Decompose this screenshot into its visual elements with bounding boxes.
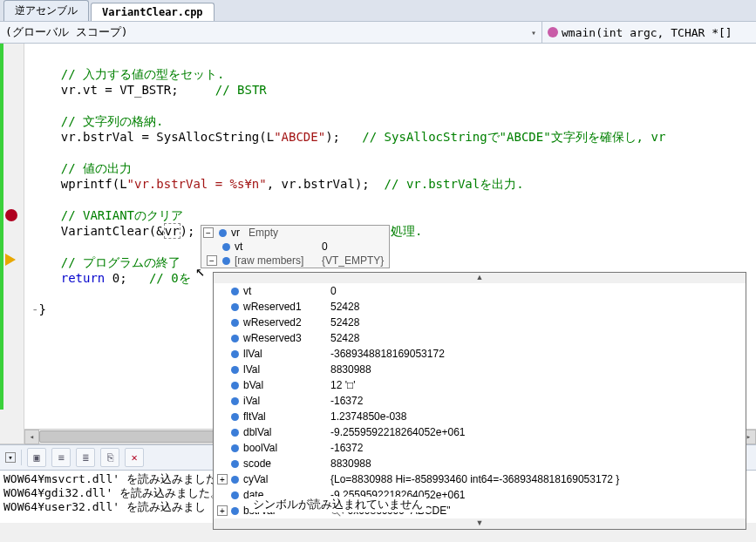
- member-value: 52428: [330, 316, 742, 329]
- chevron-down-icon[interactable]: ▾: [5, 452, 16, 463]
- scroll-down-button[interactable]: ▼: [214, 518, 746, 529]
- member-row[interactable]: llVal-3689348818169053172: [214, 346, 746, 362]
- member-name: vt: [243, 285, 251, 297]
- field-icon: [231, 413, 239, 421]
- comment: // プログラムの終了: [61, 255, 180, 269]
- datatip-value: Empty: [249, 227, 278, 239]
- member-value: 0: [330, 285, 742, 297]
- member-name: boolVal: [243, 442, 277, 454]
- expand-icon[interactable]: +: [217, 474, 228, 484]
- member-value: 12 '□': [330, 379, 742, 391]
- member-row[interactable]: wReserved152428: [214, 299, 746, 315]
- output-line: WOW64¥gdi32.dll' を読み込みました。: [3, 486, 221, 499]
- member-row[interactable]: fltVal1.2374850e-038: [214, 409, 746, 424]
- hovered-variable: vr: [164, 223, 180, 239]
- separator: [21, 450, 22, 465]
- member-name: cyVal: [243, 473, 268, 485]
- field-icon: [231, 476, 239, 484]
- member-row[interactable]: iVal-16372: [214, 393, 746, 409]
- change-marker: [0, 44, 3, 410]
- toolbar-button[interactable]: ▣: [27, 448, 46, 467]
- tab-source-file[interactable]: VariantClear.cpp: [91, 3, 215, 21]
- member-value: {Lo=8830988 Hi=-858993460 int64=-3689348…: [330, 473, 742, 485]
- field-icon: [231, 491, 239, 499]
- member-row[interactable]: wReserved252428: [214, 315, 746, 330]
- comment: // 文字列の格納.: [61, 114, 164, 128]
- field-icon: [231, 319, 239, 327]
- tab-disassembly[interactable]: 逆アセンブル: [3, 0, 89, 21]
- function-label: wmain(int argc, TCHAR *[]: [562, 26, 732, 39]
- member-value: 52428: [330, 301, 742, 313]
- editor-gutter: [0, 44, 24, 444]
- field-icon: [231, 382, 239, 390]
- member-name: dblVal: [243, 426, 271, 438]
- comment: // 値の出力: [61, 161, 132, 175]
- breakpoint-icon[interactable]: [5, 209, 17, 221]
- toolbar-button[interactable]: ≡: [51, 448, 71, 467]
- member-value: {VT_EMPTY}: [322, 254, 384, 267]
- member-name: fltVal: [243, 410, 266, 423]
- member-value: 0: [322, 241, 328, 253]
- expand-icon[interactable]: −: [207, 255, 217, 266]
- member-row[interactable]: +cyVal{Lo=8830988 Hi=-858993460 int64=-3…: [214, 471, 746, 487]
- member-row[interactable]: boolVal-16372: [214, 440, 746, 456]
- comment: // 入力する値の型をセット.: [61, 67, 225, 81]
- member-row[interactable]: vt0: [214, 283, 746, 299]
- member-row[interactable]: dblVal-9.2559592218264052e+061: [214, 424, 746, 440]
- member-name: wReserved3: [243, 332, 302, 344]
- field-icon: [219, 229, 227, 237]
- chevron-down-icon: ▾: [531, 28, 536, 37]
- member-value: -3689348818169053172: [330, 348, 742, 360]
- field-icon: [231, 335, 239, 342]
- field-icon: [231, 366, 239, 374]
- toolbar-button[interactable]: ⎘: [100, 448, 119, 467]
- scope-dropdown[interactable]: (グローバル スコープ) ▾: [0, 22, 542, 43]
- member-name: llVal: [243, 348, 262, 360]
- member-name: [raw members]: [235, 254, 322, 267]
- clear-button[interactable]: ✕: [125, 448, 144, 467]
- member-name: wReserved2: [243, 316, 302, 329]
- member-value: -9.2559592218264052e+061: [330, 426, 742, 438]
- field-icon: [231, 444, 239, 452]
- field-icon: [231, 397, 239, 405]
- function-dropdown[interactable]: wmain(int argc, TCHAR *[]: [542, 22, 756, 43]
- scope-bar: (グローバル スコープ) ▾ wmain(int argc, TCHAR *[]: [0, 21, 756, 44]
- datatip-var: vr: [231, 227, 240, 239]
- output-line: WOW64¥user32.dll' を読み込みまし: [3, 500, 206, 513]
- scroll-left-button[interactable]: ◂: [24, 430, 39, 444]
- member-name: wReserved1: [243, 301, 302, 313]
- member-row[interactable]: lVal8830988: [214, 362, 746, 377]
- field-icon: [231, 460, 239, 468]
- member-name: iVal: [243, 395, 260, 407]
- collapse-icon[interactable]: −: [203, 227, 214, 238]
- datatip-members[interactable]: ▲ vt0wReserved152428wReserved252428wRese…: [213, 272, 746, 530]
- field-icon: [222, 257, 230, 265]
- member-name: vt: [235, 241, 322, 253]
- expand-icon[interactable]: +: [217, 505, 228, 516]
- field-icon: [231, 288, 239, 295]
- member-name: bVal: [243, 379, 263, 391]
- function-icon: [548, 27, 558, 37]
- member-value: 8830988: [330, 457, 742, 470]
- member-row[interactable]: wReserved352428: [214, 330, 746, 346]
- code-editor[interactable]: // 入力する値の型をセット. vr.vt = VT_BSTR; // BSTR…: [0, 44, 756, 444]
- member-value: -16372: [330, 442, 742, 454]
- current-line-arrow-icon: [5, 254, 16, 266]
- field-icon: [231, 303, 239, 311]
- field-icon: [222, 243, 230, 251]
- toolbar-button[interactable]: ≣: [76, 448, 95, 467]
- member-value: 1.2374850e-038: [330, 410, 742, 423]
- comment: // VARIANTのクリア: [61, 208, 183, 222]
- member-row[interactable]: scode8830988: [214, 456, 746, 471]
- member-name: scode: [243, 457, 271, 470]
- field-icon: [231, 429, 239, 437]
- datatip-header[interactable]: − vr Empty vt 0 − [raw members] {VT_EMPT…: [201, 225, 390, 268]
- member-name: lVal: [243, 363, 260, 376]
- file-tabs: 逆アセンブル VariantClear.cpp: [0, 0, 756, 21]
- scroll-up-button[interactable]: ▲: [214, 273, 746, 283]
- field-icon: [231, 507, 239, 515]
- member-row[interactable]: bVal12 '□': [214, 377, 746, 393]
- member-value: 8830988: [330, 363, 742, 376]
- output-status: シンボルが読み込まれていません: [249, 497, 426, 512]
- output-line: WOW64¥msvcrt.dll' を読み込みました: [3, 472, 217, 485]
